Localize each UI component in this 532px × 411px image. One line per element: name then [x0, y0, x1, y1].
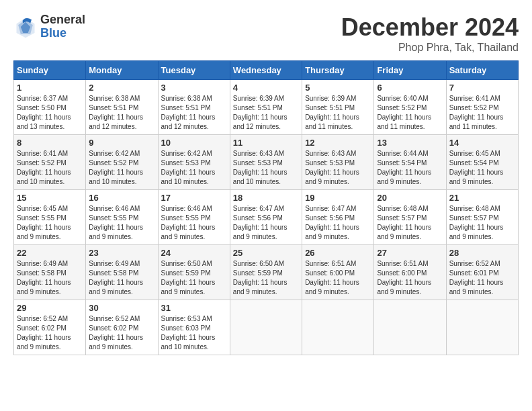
day-number: 16 [89, 193, 154, 203]
day-info: Sunrise: 6:43 AM Sunset: 5:53 PM Dayligh… [233, 149, 299, 187]
day-info: Sunrise: 6:46 AM Sunset: 5:55 PM Dayligh… [161, 204, 227, 242]
calendar-cell: 1Sunrise: 6:37 AM Sunset: 5:50 PM Daylig… [14, 80, 86, 135]
day-info: Sunrise: 6:43 AM Sunset: 5:53 PM Dayligh… [305, 149, 371, 187]
day-info: Sunrise: 6:47 AM Sunset: 5:56 PM Dayligh… [233, 204, 299, 242]
day-number: 13 [377, 138, 443, 148]
day-info: Sunrise: 6:49 AM Sunset: 5:58 PM Dayligh… [17, 259, 83, 297]
day-number: 3 [161, 83, 227, 93]
day-info: Sunrise: 6:47 AM Sunset: 5:56 PM Dayligh… [305, 204, 371, 242]
calendar-cell: 25Sunrise: 6:50 AM Sunset: 5:59 PM Dayli… [230, 245, 302, 300]
day-info: Sunrise: 6:44 AM Sunset: 5:54 PM Dayligh… [377, 149, 443, 187]
calendar-week-row: 29Sunrise: 6:52 AM Sunset: 6:02 PM Dayli… [14, 300, 519, 355]
day-info: Sunrise: 6:38 AM Sunset: 5:51 PM Dayligh… [89, 94, 154, 132]
logo-blue-text: Blue [40, 27, 85, 40]
day-number: 11 [233, 138, 299, 148]
calendar-cell: 18Sunrise: 6:47 AM Sunset: 5:56 PM Dayli… [230, 190, 302, 245]
day-number: 31 [161, 303, 227, 313]
calendar-cell: 21Sunrise: 6:48 AM Sunset: 5:57 PM Dayli… [446, 190, 518, 245]
weekday-header-tuesday: Tuesday [158, 61, 230, 80]
day-number: 24 [161, 248, 227, 258]
day-number: 15 [17, 193, 83, 203]
calendar-cell [446, 300, 518, 355]
calendar-cell: 17Sunrise: 6:46 AM Sunset: 5:55 PM Dayli… [158, 190, 230, 245]
calendar-cell: 15Sunrise: 6:45 AM Sunset: 5:55 PM Dayli… [14, 190, 86, 245]
calendar-cell: 11Sunrise: 6:43 AM Sunset: 5:53 PM Dayli… [230, 135, 302, 190]
day-number: 28 [449, 248, 515, 258]
calendar-cell: 3Sunrise: 6:38 AM Sunset: 5:51 PM Daylig… [158, 80, 230, 135]
day-number: 8 [17, 138, 83, 148]
calendar-cell: 30Sunrise: 6:52 AM Sunset: 6:02 PM Dayli… [86, 300, 158, 355]
day-number: 14 [449, 138, 515, 148]
day-number: 21 [449, 193, 515, 203]
calendar-header-row: SundayMondayTuesdayWednesdayThursdayFrid… [14, 61, 519, 80]
day-number: 17 [161, 193, 227, 203]
day-info: Sunrise: 6:42 AM Sunset: 5:53 PM Dayligh… [161, 149, 227, 187]
calendar-cell: 5Sunrise: 6:39 AM Sunset: 5:51 PM Daylig… [302, 80, 374, 135]
day-number: 26 [305, 248, 371, 258]
calendar-cell: 29Sunrise: 6:52 AM Sunset: 6:02 PM Dayli… [14, 300, 86, 355]
day-info: Sunrise: 6:45 AM Sunset: 5:54 PM Dayligh… [449, 149, 515, 187]
day-info: Sunrise: 6:52 AM Sunset: 6:02 PM Dayligh… [89, 314, 154, 352]
weekday-header-friday: Friday [374, 61, 446, 80]
day-number: 29 [17, 303, 83, 313]
day-info: Sunrise: 6:40 AM Sunset: 5:52 PM Dayligh… [377, 94, 443, 132]
weekday-header-thursday: Thursday [302, 61, 374, 80]
day-info: Sunrise: 6:42 AM Sunset: 5:52 PM Dayligh… [89, 149, 154, 187]
day-number: 1 [17, 83, 83, 93]
day-info: Sunrise: 6:52 AM Sunset: 6:02 PM Dayligh… [17, 314, 83, 352]
title-block: December 2024 Phop Phra, Tak, Thailand [341, 13, 519, 54]
day-number: 5 [305, 83, 371, 93]
weekday-header-saturday: Saturday [446, 61, 518, 80]
calendar-cell: 22Sunrise: 6:49 AM Sunset: 5:58 PM Dayli… [14, 245, 86, 300]
logo-text: General Blue [40, 13, 85, 40]
logo-icon [13, 15, 38, 39]
weekday-header-monday: Monday [86, 61, 158, 80]
calendar-cell: 23Sunrise: 6:49 AM Sunset: 5:58 PM Dayli… [86, 245, 158, 300]
calendar-week-row: 22Sunrise: 6:49 AM Sunset: 5:58 PM Dayli… [14, 245, 519, 300]
day-number: 7 [449, 83, 515, 93]
day-number: 30 [89, 303, 154, 313]
calendar-cell: 31Sunrise: 6:53 AM Sunset: 6:03 PM Dayli… [158, 300, 230, 355]
day-info: Sunrise: 6:41 AM Sunset: 5:52 PM Dayligh… [449, 94, 515, 132]
day-info: Sunrise: 6:50 AM Sunset: 5:59 PM Dayligh… [233, 259, 299, 297]
day-info: Sunrise: 6:50 AM Sunset: 5:59 PM Dayligh… [161, 259, 227, 297]
day-number: 9 [89, 138, 154, 148]
location-text: Phop Phra, Tak, Thailand [341, 42, 519, 54]
calendar-cell: 9Sunrise: 6:42 AM Sunset: 5:52 PM Daylig… [86, 135, 158, 190]
day-info: Sunrise: 6:53 AM Sunset: 6:03 PM Dayligh… [161, 314, 227, 352]
day-info: Sunrise: 6:51 AM Sunset: 6:00 PM Dayligh… [305, 259, 371, 297]
month-title: December 2024 [341, 13, 519, 42]
calendar-cell: 28Sunrise: 6:52 AM Sunset: 6:01 PM Dayli… [446, 245, 518, 300]
calendar-cell: 26Sunrise: 6:51 AM Sunset: 6:00 PM Dayli… [302, 245, 374, 300]
day-info: Sunrise: 6:37 AM Sunset: 5:50 PM Dayligh… [17, 94, 83, 132]
day-info: Sunrise: 6:39 AM Sunset: 5:51 PM Dayligh… [305, 94, 371, 132]
day-info: Sunrise: 6:38 AM Sunset: 5:51 PM Dayligh… [161, 94, 227, 132]
day-number: 4 [233, 83, 299, 93]
day-number: 2 [89, 83, 154, 93]
day-info: Sunrise: 6:49 AM Sunset: 5:58 PM Dayligh… [89, 259, 154, 297]
day-number: 6 [377, 83, 443, 93]
calendar-week-row: 8Sunrise: 6:41 AM Sunset: 5:52 PM Daylig… [14, 135, 519, 190]
logo: General Blue [13, 13, 85, 40]
day-number: 23 [89, 248, 154, 258]
weekday-header-sunday: Sunday [14, 61, 86, 80]
day-number: 18 [233, 193, 299, 203]
day-number: 22 [17, 248, 83, 258]
day-number: 19 [305, 193, 371, 203]
calendar-week-row: 15Sunrise: 6:45 AM Sunset: 5:55 PM Dayli… [14, 190, 519, 245]
calendar-cell: 2Sunrise: 6:38 AM Sunset: 5:51 PM Daylig… [86, 80, 158, 135]
calendar-week-row: 1Sunrise: 6:37 AM Sunset: 5:50 PM Daylig… [14, 80, 519, 135]
calendar-cell: 14Sunrise: 6:45 AM Sunset: 5:54 PM Dayli… [446, 135, 518, 190]
day-number: 10 [161, 138, 227, 148]
day-info: Sunrise: 6:51 AM Sunset: 6:00 PM Dayligh… [377, 259, 443, 297]
calendar-cell [374, 300, 446, 355]
calendar-cell: 19Sunrise: 6:47 AM Sunset: 5:56 PM Dayli… [302, 190, 374, 245]
calendar-cell [230, 300, 302, 355]
day-info: Sunrise: 6:48 AM Sunset: 5:57 PM Dayligh… [377, 204, 443, 242]
day-info: Sunrise: 6:46 AM Sunset: 5:55 PM Dayligh… [89, 204, 154, 242]
calendar-cell: 10Sunrise: 6:42 AM Sunset: 5:53 PM Dayli… [158, 135, 230, 190]
day-info: Sunrise: 6:48 AM Sunset: 5:57 PM Dayligh… [449, 204, 515, 242]
day-number: 25 [233, 248, 299, 258]
calendar-cell: 12Sunrise: 6:43 AM Sunset: 5:53 PM Dayli… [302, 135, 374, 190]
day-number: 27 [377, 248, 443, 258]
